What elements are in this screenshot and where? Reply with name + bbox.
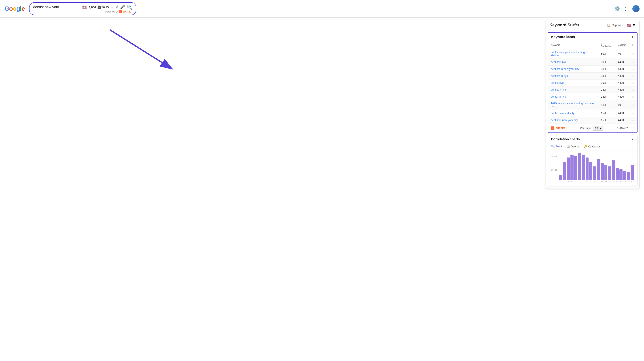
keyword-cell: dental new york city	[548, 110, 598, 117]
search-input[interactable]: dentist new york	[33, 5, 80, 9]
svg-line-1	[110, 30, 172, 69]
chart-bar	[630, 165, 634, 180]
chart-bar	[612, 160, 615, 180]
user-avatar[interactable]	[632, 5, 640, 12]
keyword-ideas-header[interactable]: Keyword ideas ▲	[548, 33, 637, 41]
chart-bar	[578, 153, 581, 180]
star-cell[interactable]: ☆	[629, 59, 637, 66]
surfer-brand-icon: S	[551, 126, 554, 130]
star-cell[interactable]: ☆	[629, 79, 637, 86]
surfer-brand: S SURFER	[551, 126, 566, 130]
settings-button[interactable]: ⚙️	[614, 6, 620, 11]
similarity-col-header[interactable]: ↓ Similarity	[598, 41, 615, 49]
table-row: dental new york city 15% 4400 ☆	[548, 110, 637, 117]
keyword-link[interactable]: dentists in new york city	[551, 67, 579, 71]
chart-x-label: 12	[600, 180, 604, 182]
flag-dropdown[interactable]: 🇺🇸 ▼	[627, 23, 636, 27]
similarity-cell: 33%	[598, 66, 615, 73]
next-page-button[interactable]: ›	[633, 126, 634, 130]
chart-x-label: 18	[623, 180, 626, 182]
similarity-cell: 23%	[598, 93, 615, 100]
keyword-link[interactable]: dentist new york ave huntington station	[551, 51, 588, 57]
search-box: dentist new york 🇺🇸 3,600 D $6.15 ☆ ✕ 🎤 …	[29, 2, 136, 15]
volume-cell: 4400	[615, 59, 629, 66]
correlation-header[interactable]: Correlation charts ▲	[548, 135, 637, 143]
surfer-logo-small: SURFER	[119, 10, 132, 13]
prev-page-button[interactable]: ‹	[630, 126, 632, 130]
similarity-cell: 33%	[598, 59, 615, 66]
keyword-link[interactable]: dentists in nyc	[551, 74, 568, 77]
volume-cell: 4400	[615, 110, 629, 117]
pagination-text: 1-10 of 28	[617, 127, 629, 130]
star-cell[interactable]: ☆	[629, 86, 637, 93]
correlation-title: Correlation charts	[551, 137, 580, 141]
star-cell[interactable]: ☆	[629, 93, 637, 100]
volume-cell: 4400	[615, 66, 629, 73]
chart-bar	[586, 157, 589, 180]
surfer-panel: Keyword Surfer 📋 Clipboard 🇺🇸 ▼ Keyword …	[546, 20, 640, 189]
star-col-header: ☆	[629, 41, 637, 49]
star-cell[interactable]: ☆	[629, 117, 637, 124]
keyword-cell: dentist nyc	[548, 79, 598, 86]
chart-inner: 200.0m 100.0k 12345678910111213141516171…	[550, 153, 634, 182]
keyword-link[interactable]: dental new york city	[551, 112, 574, 115]
keyword-link[interactable]: 1679 new york ave huntington station ny …	[551, 102, 595, 108]
chart-x-label: 6	[578, 180, 581, 182]
keyword-link[interactable]: dentistry nyc	[551, 88, 566, 91]
chart-x-label: 17	[620, 180, 622, 182]
chart-bar	[559, 175, 562, 180]
tab-keywords[interactable]: 🔑 Keywords	[584, 145, 600, 149]
star-cell[interactable]: ☆	[629, 110, 637, 117]
table-row: dentist in new york city 15% 4400 ☆	[548, 117, 637, 124]
keywords-icon: 🔑	[584, 145, 587, 148]
search-meta: 🇺🇸 3,600 D $6.15 ☆ ✕ 🎤 🔍	[82, 4, 132, 10]
keyword-link[interactable]: dentist in new york city	[551, 119, 578, 122]
panel-title: Keyword Surfer	[550, 23, 580, 27]
chart-x-label: 13	[604, 180, 607, 182]
chart-x-label: 1	[559, 180, 562, 182]
chart-bar	[600, 163, 604, 180]
chart-x-label: 19	[627, 180, 630, 182]
chart-x-label: 9	[589, 180, 592, 182]
chart-bar	[616, 168, 619, 180]
similarity-cell: 18%	[598, 100, 615, 110]
chart-bars-wrapper: 1234567891011121314151617181920	[558, 153, 634, 182]
table-row: 1679 new york ave huntington station ny …	[548, 100, 637, 110]
similarity-cell: 15%	[598, 110, 615, 117]
panel-header-actions: 📋 Clipboard 🇺🇸 ▼	[607, 23, 636, 27]
dropdown-chevron: ▼	[632, 23, 636, 27]
keyword-link[interactable]: dentist nyc	[551, 81, 564, 84]
keyword-link[interactable]: dentist in nyc	[551, 60, 566, 64]
volume-col-header: Volume	[615, 41, 629, 49]
search-box-top: dentist new york 🇺🇸 3,600 D $6.15 ☆ ✕ 🎤 …	[33, 4, 132, 10]
chart-x-label: 3	[567, 180, 570, 182]
star-cell[interactable]: ☆	[629, 49, 637, 59]
main-content: Keyword Surfer 📋 Clipboard 🇺🇸 ▼ Keyword …	[0, 18, 644, 361]
chart-x-label: 10	[593, 180, 596, 182]
apps-button[interactable]: ⋮⋮⋮	[624, 6, 629, 11]
tab-words[interactable]: 📖 Words	[567, 145, 580, 149]
table-row: dentist in nyc 33% 4400 ☆	[548, 59, 637, 66]
mic-button[interactable]: 🎤	[120, 5, 125, 9]
volume-cell: 10	[615, 100, 629, 110]
volume-cell: 4400	[615, 79, 629, 86]
chart-bar	[570, 155, 574, 180]
keyword-link[interactable]: dental in nyc	[551, 95, 566, 98]
star-cell[interactable]: ☆	[629, 100, 637, 110]
search-button[interactable]: 🔍	[127, 4, 132, 10]
chart-tabs: 🔍 Traffic 📖 Words 🔑 Keywords	[548, 143, 637, 151]
keyword-cell: 1679 new york ave huntington station ny …	[548, 100, 598, 110]
clipboard-icon: 📋	[607, 23, 610, 27]
table-row: dental in nyc 23% 4400 ☆	[548, 93, 637, 100]
tab-traffic[interactable]: 🔍 Traffic	[551, 145, 563, 149]
table-row: dentistry nyc 25% 4400 ☆	[548, 86, 637, 93]
keyword-cell: dentist new york ave huntington station	[548, 49, 598, 59]
clipboard-button[interactable]: 📋 Clipboard	[607, 23, 624, 27]
star-cell[interactable]: ☆	[629, 73, 637, 79]
volume-cell: 4400	[615, 73, 629, 79]
chart-bar	[627, 172, 630, 180]
per-page-dropdown[interactable]: 10 20 50	[593, 126, 603, 131]
star-button[interactable]: ☆	[110, 5, 114, 9]
close-button[interactable]: ✕	[116, 5, 118, 9]
star-cell[interactable]: ☆	[629, 66, 637, 73]
